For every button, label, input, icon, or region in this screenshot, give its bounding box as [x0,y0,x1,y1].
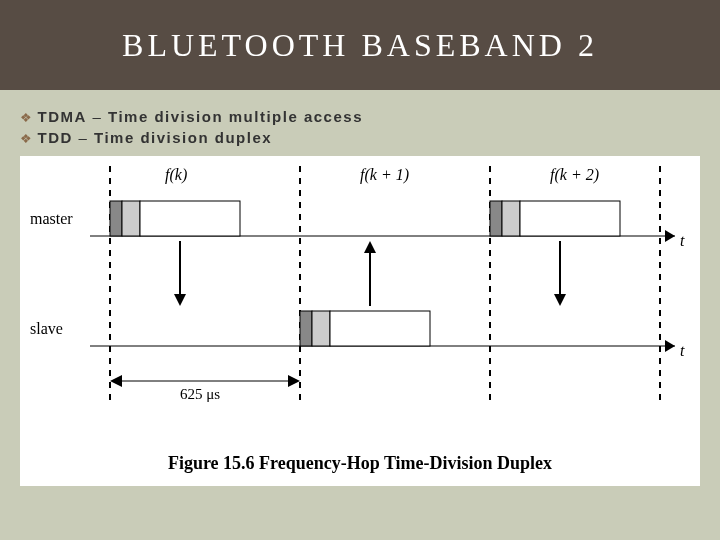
bullet-term: TDD [38,129,73,146]
bullet-rest: Time division multiple access [108,108,363,125]
row-label-master: master [30,210,73,227]
bullet-tdd: ❖TDD – Time division duplex [20,129,700,146]
svg-rect-9 [490,201,502,236]
svg-rect-8 [140,201,240,236]
bullet-rest: Time division duplex [94,129,272,146]
svg-rect-15 [312,311,330,346]
bullet-term: TDMA [38,108,87,125]
row-label-slave: slave [30,320,63,337]
slot-label-fk1: f(k + 1) [360,166,409,184]
diamond-bullet-icon: ❖ [20,110,38,125]
figure-panel: f(k) f(k + 1) f(k + 2) t master t slave [20,156,700,486]
svg-rect-11 [520,201,620,236]
svg-marker-25 [288,375,300,387]
svg-marker-5 [665,230,675,242]
svg-rect-6 [110,201,122,236]
svg-rect-14 [300,311,312,346]
svg-rect-10 [502,201,520,236]
svg-marker-22 [554,294,566,306]
axis-t-master: t [680,232,685,249]
svg-marker-24 [110,375,122,387]
axis-t-slave: t [680,342,685,359]
slot-label-fk2: f(k + 2) [550,166,599,184]
svg-rect-7 [122,201,140,236]
svg-marker-13 [665,340,675,352]
slide-title-bar: BLUETOOTH BASEBAND 2 [0,0,720,90]
svg-rect-16 [330,311,430,346]
bullet-sep: – [87,108,108,125]
slide-title: BLUETOOTH BASEBAND 2 [122,27,598,64]
svg-marker-20 [364,241,376,253]
figure-svg: f(k) f(k + 1) f(k + 2) t master t slave [20,156,700,486]
diamond-bullet-icon: ❖ [20,131,38,146]
slide-body: ❖TDMA – Time division multiple access ❖T… [0,90,720,506]
figure-caption: Figure 15.6 Frequency-Hop Time-Division … [20,453,700,474]
bullet-tdma: ❖TDMA – Time division multiple access [20,108,700,125]
svg-marker-18 [174,294,186,306]
slot-width-label: 625 μs [180,386,220,402]
slot-label-fk: f(k) [165,166,187,184]
bullet-sep: – [73,129,94,146]
